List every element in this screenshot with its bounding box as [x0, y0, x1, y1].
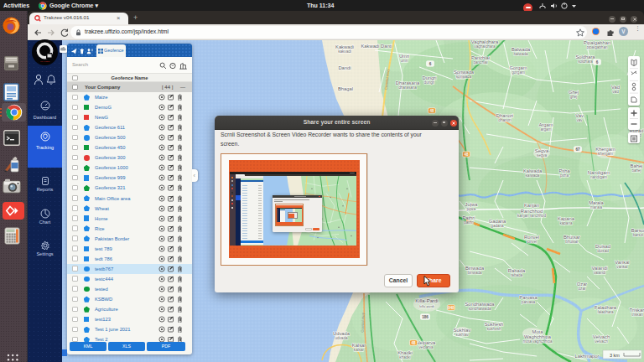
- svg-text:pipalgabhan: pipalgabhan: [586, 45, 607, 49]
- svg-text:kapana: kapana: [559, 221, 573, 225]
- svg-text:186: 186: [422, 315, 428, 319]
- svg-text:killa pardi: killa pardi: [419, 304, 434, 308]
- svg-text:vad: vad: [612, 90, 619, 94]
- svg-text:vav: vav: [576, 118, 583, 122]
- svg-text:48: 48: [429, 109, 434, 113]
- svg-text:48: 48: [464, 153, 469, 157]
- svg-text:binwada: binwada: [467, 271, 482, 275]
- svg-text:Kakwadi Danti: Kakwadi Danti: [361, 44, 392, 49]
- svg-text:vaghaldhara: vaghaldhara: [474, 44, 496, 49]
- svg-text:argam: argam: [540, 127, 551, 132]
- svg-text:vankal: vankal: [616, 265, 627, 269]
- svg-text:velvach: velvach: [595, 339, 608, 344]
- svg-text:3 km: 3 km: [610, 353, 620, 358]
- svg-text:panchlai: panchlai: [473, 60, 487, 65]
- svg-text:sondhalwada: sondhalwada: [468, 307, 491, 311]
- svg-text:udvada: udvada: [335, 336, 348, 340]
- svg-text:rabada: rabada: [511, 273, 523, 277]
- svg-text:Bhagal: Bhagal: [338, 86, 353, 91]
- svg-text:triskari: triskari: [631, 313, 643, 317]
- svg-text:ronvel: ronvel: [527, 240, 538, 244]
- svg-text:barsol: barsol: [633, 233, 644, 237]
- svg-text:sonwada: sonwada: [456, 75, 472, 79]
- svg-text:valandi: valandi: [594, 271, 606, 275]
- svg-text:Dandi: Dandi: [338, 65, 351, 70]
- svg-text:Coastal Hwy: Coastal Hwy: [361, 312, 366, 333]
- svg-text:khergam: khergam: [598, 152, 613, 156]
- svg-text:sukhesh: sukhesh: [486, 327, 501, 331]
- svg-text:balwada: balwada: [513, 52, 528, 56]
- svg-text:dungri: dungri: [424, 80, 435, 85]
- svg-text:TRAKZEE: TRAKZEE: [40, 60, 49, 63]
- svg-text:dharasana: dharasana: [398, 85, 417, 90]
- svg-text:bahej: bahej: [631, 168, 641, 173]
- svg-text:bhutsar: bhutsar: [565, 240, 579, 244]
- svg-text:kalwada: kalwada: [526, 173, 540, 178]
- svg-text:gorgam: gorgam: [512, 70, 525, 75]
- svg-text:ghej: ghej: [570, 95, 578, 99]
- svg-text:kakvadi: kakvadi: [338, 49, 351, 54]
- svg-text:848: 848: [448, 306, 454, 310]
- svg-text:6: 6: [596, 60, 599, 65]
- svg-text:velparva: velparva: [418, 345, 434, 349]
- svg-text:jujwa: jujwa: [466, 207, 476, 211]
- svg-text:ozar: ozar: [579, 287, 586, 291]
- svg-text:khadki: khadki: [399, 355, 410, 359]
- svg-text:mota vaghchhipa: mota vaghchhipa: [523, 339, 553, 344]
- svg-text:67: 67: [575, 147, 580, 152]
- svg-text:Kanjan: Kanjan: [524, 203, 539, 208]
- svg-text:Killa-Pardi: Killa-Pardi: [415, 298, 438, 303]
- svg-text:nandigam: nandigam: [590, 175, 607, 179]
- svg-text:6: 6: [429, 62, 432, 66]
- svg-text:sukhlav: sukhlav: [455, 333, 469, 337]
- svg-text:duisad: duisad: [597, 249, 609, 253]
- svg-text:dhanori: dhanori: [498, 118, 511, 122]
- svg-text:pathri: pathri: [464, 220, 474, 225]
- svg-text:umri: umri: [401, 59, 408, 63]
- svg-text:marala: marala: [590, 205, 602, 209]
- svg-text:kanjan ranchhod: kanjan ranchhod: [517, 214, 546, 218]
- svg-text:segva: segva: [537, 153, 548, 158]
- svg-text:48: 48: [411, 341, 416, 345]
- svg-text:kalsar: kalsar: [354, 348, 365, 352]
- svg-text:pitha: pitha: [560, 173, 569, 178]
- svg-text:parvasa: parvasa: [522, 300, 536, 304]
- svg-text:Lakhmapor: Lakhmapor: [574, 354, 599, 359]
- svg-text:soldhara: soldhara: [578, 59, 593, 64]
- svg-text:gadaria: gadaria: [491, 224, 504, 228]
- svg-text:faladhara: faladhara: [597, 310, 614, 314]
